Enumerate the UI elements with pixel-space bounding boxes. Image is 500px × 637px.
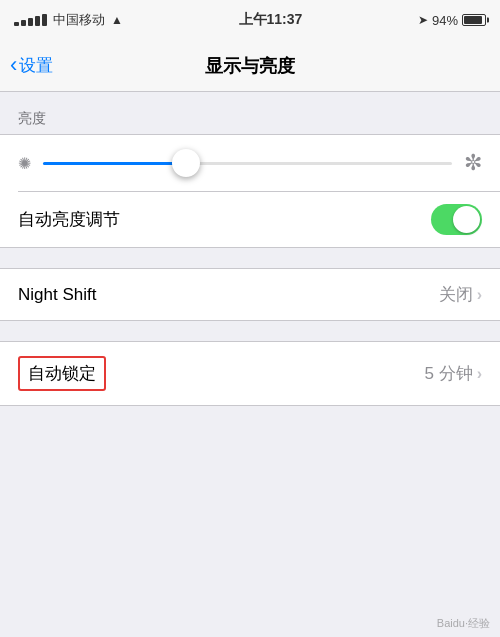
slider-fill <box>43 162 186 165</box>
content-area: 亮度 ✺ ✼ 自动亮度调节 Night Shift <box>0 92 500 406</box>
status-right: ➤ 94% <box>418 13 486 28</box>
page-title: 显示与亮度 <box>205 54 295 78</box>
auto-lock-row[interactable]: 自动锁定 5 分钟 › <box>0 342 500 405</box>
back-label: 设置 <box>19 54 53 77</box>
auto-brightness-toggle[interactable] <box>431 204 482 235</box>
sun-small-icon: ✺ <box>18 154 31 173</box>
carrier-text: 中国移动 <box>53 11 105 29</box>
auto-lock-right: 5 分钟 › <box>424 362 482 385</box>
status-left: 中国移动 ▲ <box>14 11 123 29</box>
night-shift-label: Night Shift <box>18 285 96 305</box>
battery-percent: 94% <box>432 13 458 28</box>
night-shift-section: Night Shift 关闭 › <box>0 268 500 321</box>
status-time: 上午11:37 <box>239 11 303 29</box>
location-arrow-icon: ➤ <box>418 13 428 27</box>
back-chevron-icon: ‹ <box>10 54 17 76</box>
night-shift-row[interactable]: Night Shift 关闭 › <box>0 269 500 320</box>
section-gap-1 <box>0 248 500 268</box>
toggle-thumb <box>453 206 480 233</box>
auto-brightness-label: 自动亮度调节 <box>18 208 120 231</box>
brightness-section-label: 亮度 <box>0 110 500 134</box>
auto-lock-chevron-icon: › <box>477 365 482 383</box>
auto-lock-value: 5 分钟 <box>424 362 472 385</box>
signal-icon <box>14 14 47 26</box>
sun-large-icon: ✼ <box>464 150 482 176</box>
brightness-slider-row: ✺ ✼ <box>0 135 500 191</box>
brightness-slider[interactable] <box>43 149 452 177</box>
night-shift-value: 关闭 <box>439 283 473 306</box>
battery-fill <box>464 16 482 24</box>
status-bar: 中国移动 ▲ 上午11:37 ➤ 94% <box>0 0 500 40</box>
night-shift-right: 关闭 › <box>439 283 482 306</box>
slider-track <box>43 162 452 165</box>
watermark: Baidu·经验 <box>437 616 490 631</box>
auto-lock-section: 自动锁定 5 分钟 › <box>0 341 500 406</box>
battery-icon <box>462 14 486 26</box>
night-shift-chevron-icon: › <box>477 286 482 304</box>
wifi-icon: ▲ <box>111 13 123 27</box>
back-button[interactable]: ‹ 设置 <box>10 54 53 77</box>
auto-lock-label: 自动锁定 <box>18 356 106 391</box>
slider-thumb[interactable] <box>172 149 200 177</box>
brightness-card: ✺ ✼ 自动亮度调节 <box>0 134 500 248</box>
nav-bar: ‹ 设置 显示与亮度 <box>0 40 500 92</box>
auto-brightness-row: 自动亮度调节 <box>0 192 500 247</box>
